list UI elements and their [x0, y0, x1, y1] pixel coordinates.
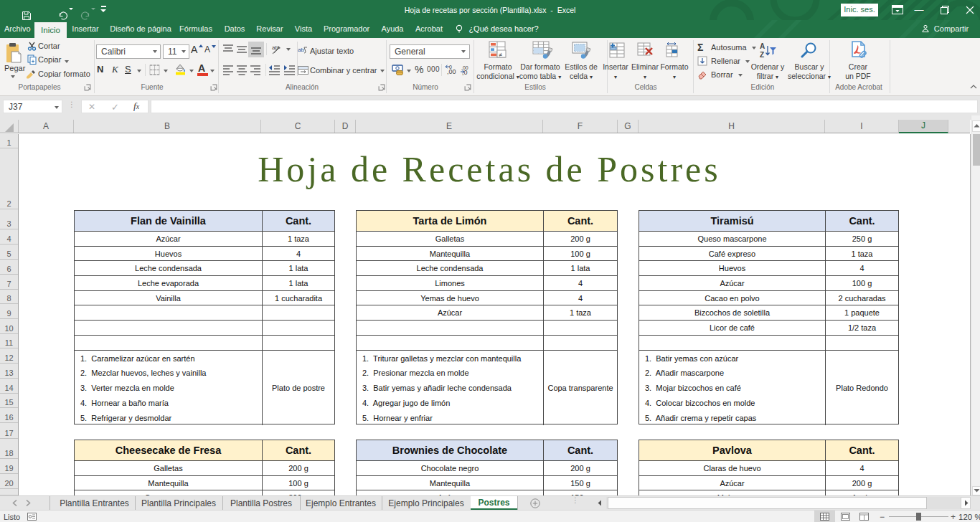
svg-text:≠: ≠ — [499, 51, 503, 58]
svg-text:ab: ab — [272, 44, 278, 51]
svg-text:ab: ab — [298, 47, 304, 53]
svg-text:A: A — [760, 42, 765, 50]
svg-text:Z: Z — [760, 51, 764, 59]
